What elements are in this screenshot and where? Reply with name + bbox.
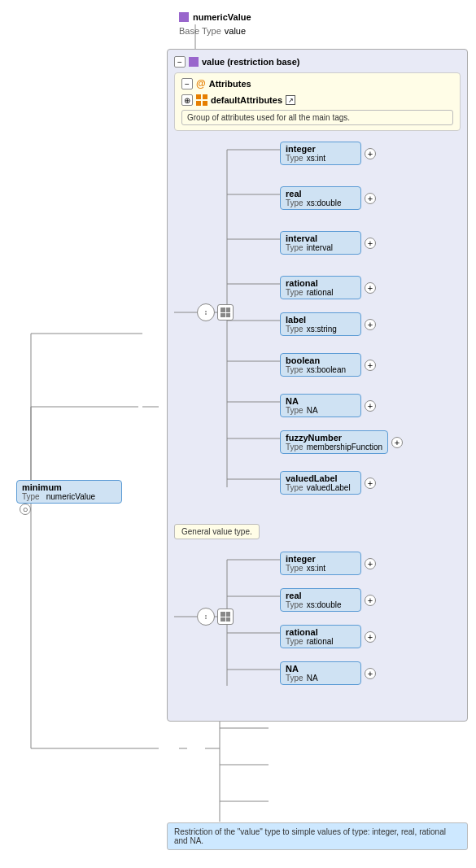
group1-connections — [174, 137, 288, 512]
node-rational-1: rational Type rational + — [280, 276, 376, 299]
main-container: numericValue Base Type value − value (re… — [0, 0, 476, 868]
general-value-tooltip: General value type. — [174, 524, 260, 539]
link-icon[interactable]: ↗ — [286, 95, 295, 105]
node-rational-2: rational Type rational + — [280, 625, 376, 648]
base-type-label: Base Type — [179, 26, 221, 36]
real-expand-1[interactable]: + — [365, 193, 376, 204]
node-integer-2: integer Type xs:int + — [280, 552, 376, 575]
integer-node-1[interactable]: integer Type xs:int — [280, 142, 361, 165]
label-node[interactable]: label Type xs:string — [280, 312, 361, 336]
label-expand[interactable]: + — [365, 319, 376, 330]
choice-symbol-1 — [197, 303, 215, 321]
attributes-box: − @ Attributes ⊕ defaultAttributes — [174, 72, 461, 131]
type-nodes-group2-area: integer Type xs:int + real Type x — [174, 552, 461, 714]
base-type-value: value — [225, 26, 246, 36]
valuedlabel-expand[interactable]: + — [365, 478, 376, 489]
node-valuedlabel: valuedLabel Type valuedLabel + — [280, 471, 376, 495]
numeric-value-header: numericValue — [179, 12, 251, 22]
outer-box-icon — [189, 57, 199, 67]
default-attrs-label[interactable]: defaultAttributes — [211, 95, 282, 105]
restriction-tooltip: Restriction of the "value" type to simpl… — [167, 822, 468, 850]
attributes-collapse[interactable]: − — [181, 78, 193, 89]
real-expand-2[interactable]: + — [365, 595, 376, 606]
boolean-node[interactable]: boolean Type xs:boolean — [280, 353, 361, 377]
node-integer-1: integer Type xs:int + — [280, 142, 376, 165]
real-node-1[interactable]: real Type xs:double — [280, 186, 361, 210]
outer-box-collapse[interactable]: − — [174, 56, 186, 68]
minimum-expand[interactable]: ○ — [20, 504, 31, 515]
default-attrs-collapse[interactable]: ⊕ — [181, 94, 193, 106]
node-interval: interval Type interval + — [280, 231, 376, 255]
rational-node-1[interactable]: rational Type rational — [280, 276, 361, 299]
na-node-2[interactable]: NA Type NA — [280, 661, 361, 685]
minimum-node[interactable]: minimum Type numericValue — [16, 480, 122, 504]
group2-connections — [174, 552, 288, 714]
default-attrs-row: ⊕ defaultAttributes ↗ — [181, 94, 453, 106]
sequence-symbol-1 — [217, 304, 234, 321]
group-icon-cell — [196, 94, 201, 99]
rational-expand-2[interactable]: + — [365, 631, 376, 643]
at-icon: @ — [196, 78, 206, 89]
boolean-expand[interactable]: + — [365, 360, 376, 371]
na-node-1[interactable]: NA Type NA — [280, 394, 361, 417]
group-icon-cell — [196, 101, 201, 106]
group-icon-cell — [203, 101, 207, 106]
node-real-2: real Type xs:double + — [280, 588, 376, 612]
rational-expand-1[interactable]: + — [365, 282, 376, 294]
group-icon — [196, 94, 207, 106]
numeric-value-title: numericValue — [193, 12, 251, 22]
group-icon-cell — [203, 94, 207, 99]
choice-symbol-2 — [197, 608, 215, 626]
node-label: label Type xs:string + — [280, 312, 376, 336]
fuzzynumber-node[interactable]: fuzzyNumber Type membershipFunction — [280, 430, 388, 454]
attributes-header: − @ Attributes — [181, 78, 453, 89]
na-expand-2[interactable]: + — [365, 668, 376, 679]
interval-expand[interactable]: + — [365, 238, 376, 249]
attributes-title: Attributes — [209, 79, 251, 89]
numeric-value-icon — [179, 12, 189, 22]
minimum-node-container: minimum Type numericValue ○ — [16, 480, 122, 515]
integer-node-2[interactable]: integer Type xs:int — [280, 552, 361, 575]
integer-expand-1[interactable]: + — [365, 148, 376, 159]
outer-box: − value (restriction base) − @ Attribute… — [167, 49, 468, 722]
attrs-tooltip: Group of attributes used for all the mai… — [181, 110, 453, 125]
node-real-1: real Type xs:double + — [280, 186, 376, 210]
fuzzynumber-expand[interactable]: + — [391, 437, 403, 448]
node-fuzzynumber: fuzzyNumber Type membershipFunction + — [280, 430, 403, 454]
node-na-1: NA Type NA + — [280, 394, 376, 417]
valuedlabel-node[interactable]: valuedLabel Type valuedLabel — [280, 471, 361, 495]
integer-expand-2[interactable]: + — [365, 558, 376, 569]
outer-box-title: value (restriction base) — [202, 57, 299, 67]
sequence-symbol-2 — [217, 608, 234, 625]
node-boolean: boolean Type xs:boolean + — [280, 353, 376, 377]
type-nodes-group1-area: integer Type xs:int + real Type x — [174, 137, 461, 520]
rational-node-2[interactable]: rational Type rational — [280, 625, 361, 648]
interval-node[interactable]: interval Type interval — [280, 231, 361, 255]
full-diagram: numericValue Base Type value − value (re… — [16, 8, 472, 854]
base-type-row: Base Type value — [179, 26, 246, 36]
node-na-2: NA Type NA + — [280, 661, 376, 685]
na-expand-1[interactable]: + — [365, 400, 376, 412]
outer-box-header: − value (restriction base) — [174, 56, 461, 68]
real-node-2[interactable]: real Type xs:double — [280, 588, 361, 612]
